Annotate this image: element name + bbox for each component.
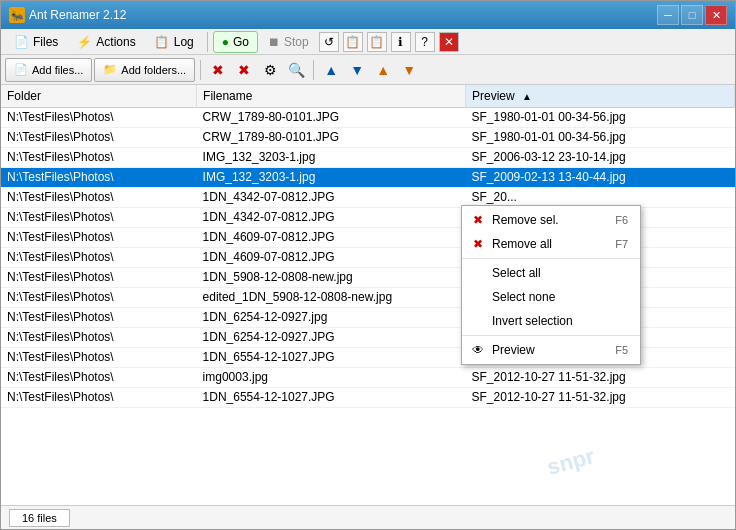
ctx-remove-all[interactable]: ✖ Remove all F7	[462, 232, 640, 256]
cell-preview: SF_20...	[466, 187, 735, 207]
add-folders-icon: 📁	[103, 63, 117, 76]
column-filename[interactable]: Filename	[197, 85, 466, 107]
title-bar-buttons: ─ □ ✕	[657, 5, 727, 25]
menu-bar: 📄 Files ⚡ Actions 📋 Log ● Go ⏹ Stop ↺ 📋 …	[1, 29, 735, 55]
cell-folder: N:\TestFiles\Photos\	[1, 247, 197, 267]
sort-arrow: ▲	[522, 91, 532, 102]
ctx-remove-sel-icon: ✖	[470, 212, 486, 228]
table-row[interactable]: N:\TestFiles\Photos\img0003.jpgSF_2012-1…	[1, 367, 735, 387]
cell-filename: 1DN_4342-07-0812.JPG	[197, 187, 466, 207]
table-row[interactable]: N:\TestFiles\Photos\CRW_1789-80-0101.JPG…	[1, 127, 735, 147]
main-window: 🐜 Ant Renamer 2.12 ─ □ ✕ 📄 Files ⚡ Actio…	[0, 0, 736, 530]
menu-actions[interactable]: ⚡ Actions	[68, 31, 143, 53]
info-button[interactable]: ℹ	[391, 32, 411, 52]
paste-button[interactable]: 📋	[367, 32, 387, 52]
add-folders-button[interactable]: 📁 Add folders...	[94, 58, 195, 82]
go-label: Go	[233, 35, 249, 49]
ctx-preview[interactable]: 👁 Preview F5	[462, 338, 640, 362]
ctx-select-all-icon	[470, 265, 486, 281]
up-icon: ▲	[324, 62, 338, 78]
cell-filename: 1DN_6554-12-1027.JPG	[197, 347, 466, 367]
ctx-invert-sel[interactable]: Invert selection	[462, 309, 640, 333]
table-row[interactable]: N:\TestFiles\Photos\CRW_1789-80-0101.JPG…	[1, 107, 735, 127]
cell-filename: IMG_132_3203-1.jpg	[197, 147, 466, 167]
cell-folder: N:\TestFiles\Photos\	[1, 107, 197, 127]
move-top-button[interactable]: ▲	[371, 58, 395, 82]
ctx-sep-2	[462, 335, 640, 336]
cell-filename: img0003.jpg	[197, 367, 466, 387]
error-button[interactable]: ✕	[439, 32, 459, 52]
actions-icon: ⚡	[76, 34, 92, 50]
cell-filename: 1DN_4609-07-0812.JPG	[197, 227, 466, 247]
move-up-button[interactable]: ▲	[319, 58, 343, 82]
table-row[interactable]: N:\TestFiles\Photos\IMG_132_3203-1.jpgSF…	[1, 147, 735, 167]
menu-files-label: Files	[33, 35, 58, 49]
search-icon: 🔍	[288, 62, 305, 78]
cell-preview: SF_2012-10-27 11-51-32.jpg	[466, 367, 735, 387]
remove-sel-icon: ✖	[212, 62, 224, 78]
down-icon: ▼	[350, 62, 364, 78]
file-count: 16 files	[22, 512, 57, 524]
ctx-preview-icon: 👁	[470, 342, 486, 358]
cell-folder: N:\TestFiles\Photos\	[1, 227, 197, 247]
app-icon: 🐜	[9, 7, 25, 23]
cell-folder: N:\TestFiles\Photos\	[1, 147, 197, 167]
menu-log[interactable]: 📋 Log	[146, 31, 202, 53]
bottom-icon: ▼	[402, 62, 416, 78]
cell-folder: N:\TestFiles\Photos\	[1, 387, 197, 407]
column-folder[interactable]: Folder	[1, 85, 197, 107]
copy-button[interactable]: 📋	[343, 32, 363, 52]
menu-actions-label: Actions	[96, 35, 135, 49]
minimize-button[interactable]: ─	[657, 5, 679, 25]
menu-files[interactable]: 📄 Files	[5, 31, 66, 53]
cell-folder: N:\TestFiles\Photos\	[1, 367, 197, 387]
file-table-container: Folder Filename Preview ▲ N:\TestFiles\P…	[1, 85, 735, 505]
stop-icon: ⏹	[268, 35, 280, 49]
ctx-remove-sel[interactable]: ✖ Remove sel. F6	[462, 208, 640, 232]
ctx-select-all[interactable]: Select all	[462, 261, 640, 285]
stop-label: Stop	[284, 35, 309, 49]
table-row[interactable]: N:\TestFiles\Photos\IMG_132_3203-1.jpgSF…	[1, 167, 735, 187]
table-header-row: Folder Filename Preview ▲	[1, 85, 735, 107]
menu-log-label: Log	[174, 35, 194, 49]
move-bottom-button[interactable]: ▼	[397, 58, 421, 82]
column-preview[interactable]: Preview ▲	[466, 85, 735, 107]
menu-go[interactable]: ● Go	[213, 31, 258, 53]
cell-folder: N:\TestFiles\Photos\	[1, 287, 197, 307]
cell-preview: SF_2012-10-27 11-51-32.jpg	[466, 387, 735, 407]
help-button[interactable]: ?	[415, 32, 435, 52]
cell-folder: N:\TestFiles\Photos\	[1, 267, 197, 287]
files-icon: 📄	[13, 34, 29, 50]
cog-icon: ⚙	[264, 62, 277, 78]
go-icon: ●	[222, 35, 229, 49]
log-icon: 📋	[154, 34, 170, 50]
ctx-sep-1	[462, 258, 640, 259]
cell-filename: 1DN_6554-12-1027.JPG	[197, 387, 466, 407]
unknown-btn-1[interactable]: ⚙	[258, 58, 282, 82]
title-bar-left: 🐜 Ant Renamer 2.12	[9, 7, 126, 23]
cell-preview: SF_2009-02-13 13-40-44.jpg	[466, 167, 735, 187]
table-row[interactable]: N:\TestFiles\Photos\1DN_6554-12-1027.JPG…	[1, 387, 735, 407]
cell-filename: IMG_132_3203-1.jpg	[197, 167, 466, 187]
menu-separator	[207, 32, 208, 52]
add-files-button[interactable]: 📄 Add files...	[5, 58, 92, 82]
table-row[interactable]: N:\TestFiles\Photos\1DN_4342-07-0812.JPG…	[1, 187, 735, 207]
menu-stop[interactable]: ⏹ Stop	[260, 31, 317, 53]
ctx-invert-sel-icon	[470, 313, 486, 329]
ctx-select-none[interactable]: Select none	[462, 285, 640, 309]
toolbar-separator-1	[200, 60, 201, 80]
move-down-button[interactable]: ▼	[345, 58, 369, 82]
status-bar: 16 files	[1, 505, 735, 529]
maximize-button[interactable]: □	[681, 5, 703, 25]
ctx-remove-all-icon: ✖	[470, 236, 486, 252]
cell-filename: 1DN_6254-12-0927.jpg	[197, 307, 466, 327]
remove-all-button[interactable]: ✖	[232, 58, 256, 82]
cell-folder: N:\TestFiles\Photos\	[1, 307, 197, 327]
refresh-button[interactable]: ↺	[319, 32, 339, 52]
close-button[interactable]: ✕	[705, 5, 727, 25]
cell-filename: 1DN_6254-12-0927.JPG	[197, 327, 466, 347]
unknown-btn-2[interactable]: 🔍	[284, 58, 308, 82]
ctx-select-none-icon	[470, 289, 486, 305]
remove-sel-button[interactable]: ✖	[206, 58, 230, 82]
window-title: Ant Renamer 2.12	[29, 8, 126, 22]
